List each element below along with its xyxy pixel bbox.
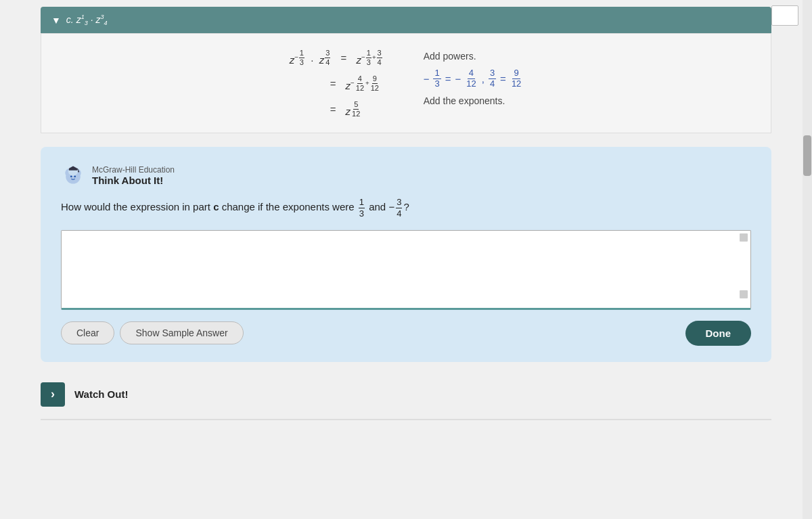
left-buttons: Clear Show Sample Answer bbox=[61, 321, 244, 344]
part-c-bold: c bbox=[213, 202, 219, 213]
scrollbar-handle-top bbox=[740, 233, 748, 242]
hint-fraction-eq: − 1 3 = − 4 12 , 3 4 = bbox=[424, 68, 523, 89]
button-row: Clear Show Sample Answer Done bbox=[61, 321, 751, 346]
math-steps: z−13 · z34 = z−13+34 = z−412+912 bbox=[290, 47, 383, 119]
math-row-2: = z−412+912 bbox=[290, 73, 383, 93]
watch-out-icon-button[interactable]: › bbox=[41, 382, 65, 407]
answer-input-wrapper bbox=[61, 230, 751, 310]
done-button[interactable]: Done bbox=[685, 321, 752, 346]
svg-point-4 bbox=[70, 176, 72, 178]
brand-label: McGraw-Hill Education bbox=[92, 165, 175, 175]
watch-out-row: › Watch Out! bbox=[41, 376, 771, 413]
think-header: McGraw-Hill Education Think About It! bbox=[61, 163, 751, 187]
think-about-it-panel: McGraw-Hill Education Think About It! Ho… bbox=[41, 147, 771, 361]
math-row-1: z−13 · z34 = z−13+34 bbox=[290, 47, 383, 68]
brand-block: McGraw-Hill Education Think About It! bbox=[92, 165, 175, 186]
svg-point-5 bbox=[74, 176, 76, 178]
hint-add-powers: Add powers. bbox=[424, 51, 523, 62]
show-sample-answer-button[interactable]: Show Sample Answer bbox=[120, 321, 243, 344]
hint-add-exponents: Add the exponents. bbox=[424, 95, 523, 106]
think-question: How would the expression in part c chang… bbox=[61, 197, 751, 219]
accordion-header[interactable]: ▼ c. z13 · z34 bbox=[41, 7, 771, 33]
clear-button[interactable]: Clear bbox=[61, 321, 114, 344]
scrollbar-handle-bottom bbox=[740, 290, 748, 298]
bottom-divider bbox=[41, 419, 771, 420]
chevron-down-icon: ▼ bbox=[51, 15, 61, 26]
answer-textarea[interactable] bbox=[62, 231, 750, 305]
arrow-right-icon: › bbox=[51, 387, 55, 401]
accordion-label: c. z13 · z34 bbox=[66, 14, 108, 26]
scrollbar-thumb[interactable] bbox=[803, 135, 811, 176]
math-row-3: = z512 bbox=[290, 99, 383, 119]
scrollbar-track bbox=[803, 0, 812, 427]
solution-panel: z−13 · z34 = z−13+34 = z−412+912 bbox=[41, 33, 771, 133]
top-right-box bbox=[771, 5, 798, 26]
math-hints: Add powers. − 1 3 = − 4 12 , bbox=[424, 47, 523, 106]
watch-out-label: Watch Out! bbox=[74, 388, 128, 400]
svg-point-9 bbox=[78, 171, 79, 173]
svg-rect-6 bbox=[69, 169, 78, 171]
think-title: Think About It! bbox=[92, 175, 175, 186]
cloud-mascot-icon bbox=[61, 163, 85, 187]
